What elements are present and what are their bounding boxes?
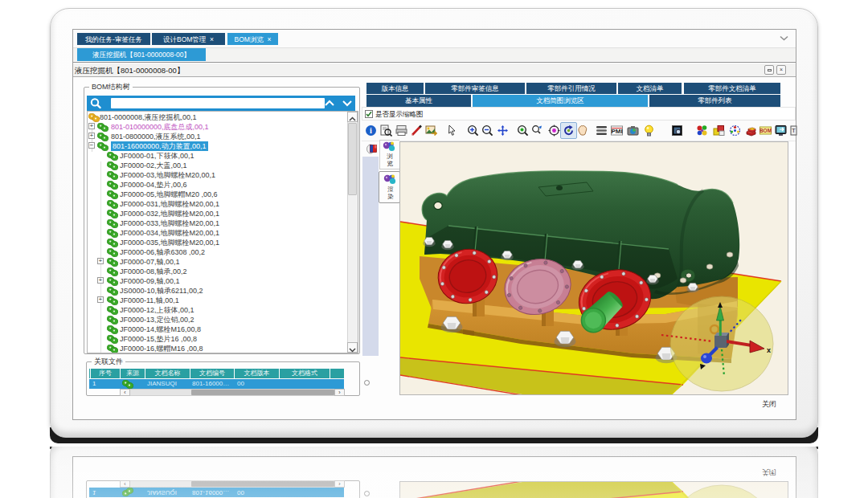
svg-text:x: x [767, 346, 771, 354]
svg-text:PMI: PMI [611, 128, 622, 135]
svg-text:BOM: BOM [760, 128, 772, 133]
svg-text:T: T [792, 127, 796, 134]
svg-text:i: i [370, 126, 372, 135]
